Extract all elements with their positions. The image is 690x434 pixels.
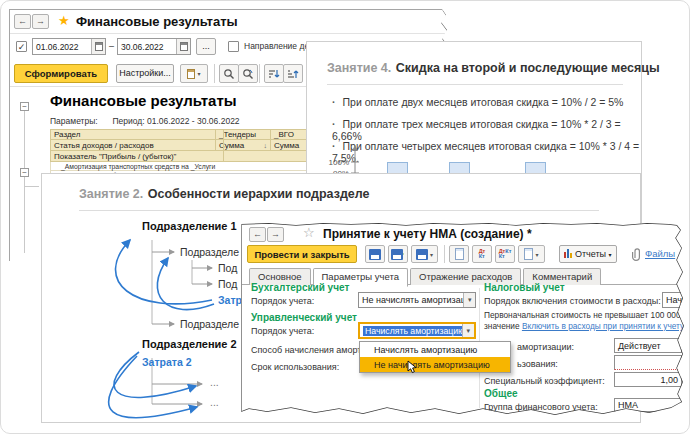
dropdown-option-highlighted[interactable]: Не начислять амортизацию [360,357,510,372]
dept1-sub1-label: Под [218,262,237,274]
save-variants-icon[interactable]: ▾ [411,245,438,263]
term-label: Срок использования: [251,362,339,372]
amort-status-value: Действует [618,341,661,351]
cost1-label: Затр [218,294,242,306]
sort-indicator-icon: ↓ [264,142,268,149]
common-section-header: Общее [484,388,518,399]
layout-variants-icon[interactable]: ▾ [180,64,208,83]
back-button[interactable]: ← [14,14,31,29]
coef-field[interactable]: 1,00 [614,372,682,387]
coef-label: Специальный коэффициент: [484,376,605,386]
upr-order-value-selected: Начислять амортизацию [363,326,462,336]
period-from-input[interactable]: 01.06.2022 [32,38,106,55]
upr-section-header: Управленческий учет [251,312,357,323]
sort-ascending-icon[interactable] [283,64,303,83]
dropdown-option[interactable]: Начислять амортизацию [360,342,510,357]
amort-status-field[interactable]: Действует [614,338,682,353]
table-grid-line [223,129,224,162]
save-icon[interactable] [365,245,385,263]
forward-button[interactable]: → [32,14,49,29]
generate-button[interactable]: Сформировать [14,64,108,83]
y-tick-label: 100% [323,158,349,167]
report-params: Параметры: Период: 01.06.2022 - 30.06.20… [50,116,240,126]
forward-button[interactable]: → [267,227,284,242]
note-text: Первоначальная стоимость не превышает 10… [484,310,684,332]
post-and-close-button[interactable]: Провести и закрыть [247,245,357,263]
settings-button[interactable]: Настройки... [116,64,174,83]
document-icon[interactable] [449,245,469,263]
amort-dropdown-popup: Начислять амортизацию Не начислять аморт… [359,341,511,373]
save-post-icon[interactable] [388,245,408,263]
period-from-value: 01.06.2022 [33,42,82,52]
buh-order-value: Не начислять амортизацию [362,295,463,305]
col-article: Статья доходов / расходов [51,140,216,150]
include-expenses-link[interactable]: Включить в расходы при принятии к учету [522,321,683,331]
params-label: Параметры: [50,116,98,126]
range-separator: – [109,41,114,51]
screenshot-canvas: ← → ★ Финансовые результаты ✓ 01.06.2022… [0,0,690,434]
coef-value: 1,00 [660,375,678,385]
window-title: Финансовые результаты [76,14,238,29]
tax-order-label: Порядок включения стоимости в расходы: [484,296,661,306]
col-summa1: Сумма ↓ [216,140,271,150]
search-icon[interactable] [219,64,239,83]
sort-descending-icon[interactable] [264,64,284,83]
favorite-star-icon[interactable]: ☆ [303,225,315,240]
window-title: Принятие к учету НМА (создание) * [323,227,532,241]
dept1-child1-label: Подразделе [180,246,239,258]
calendar-icon[interactable] [91,39,105,54]
dept1-child2-label: Подразделе [180,318,239,330]
tax-order-field[interactable]: Начислять амортиза [662,292,690,308]
dt-kt-icon[interactable]: ДтКтКт [495,245,515,263]
paperclip-icon[interactable] [631,247,643,261]
nma-window: ← → ☆ Принятие к учету НМА (создание) * … [241,222,689,418]
col-tendery: _Тендеры [216,130,271,139]
report-titlebar: ← → ★ Финансовые результаты [10,10,449,34]
term-field[interactable] [614,355,682,370]
report-heading: Финансовые результаты [50,92,237,109]
upr-order-combo[interactable]: Начислять амортизацию ▾ [358,322,476,339]
files-link[interactable]: Файлы [645,248,675,259]
back-button[interactable]: ← [249,227,266,242]
period-checkbox[interactable]: ✓ [16,41,27,52]
ellipsis-item: ... [210,376,219,388]
group-tree-line [24,111,25,253]
tax-section-header: Налоговый учет [484,282,565,293]
amort-label-tail: амортизации: [517,342,574,352]
period-to-value: 30.06.2022 [118,42,167,52]
dept1-label: Подразделение 1 [142,220,237,232]
buh-section-header: Бухгалтерский учет [251,282,349,293]
ellipsis-item: ... [210,396,219,408]
cost2-label: Затрата 2 [142,356,192,368]
upr-order-label: Порядок учета: [251,326,314,336]
reports-button[interactable]: Отчеты ▾ [559,245,617,263]
chevron-down-icon[interactable]: ▾ [462,324,474,337]
dept2-label: Подразделение 2 [142,338,237,350]
group-tree-line [25,186,39,187]
group-expander[interactable]: − [20,168,29,177]
favorite-star-icon[interactable]: ★ [58,13,70,28]
period-more-button[interactable]: ... [196,38,216,55]
chevron-down-icon[interactable]: ▾ [463,293,475,307]
document-history-icon[interactable]: ▾ [518,245,545,263]
group-expander[interactable]: − [20,102,29,111]
tax-order-value: Начислять амортиза [666,295,690,305]
buh-order-label: Порядок учета: [251,296,314,306]
period-to-input[interactable]: 30.06.2022 [117,38,191,55]
term-label-tail: ьзования: [517,359,558,369]
params-period: Период: 01.06.2022 - 30.06.2022 [112,116,239,126]
buh-order-combo[interactable]: Не начислять амортизацию ▾ [358,292,476,308]
col-razdel: Раздел [51,130,216,139]
dt-icon[interactable]: ДтКт [472,245,492,263]
fin-group-value: НМА [618,400,638,410]
calendar-icon[interactable] [176,39,190,54]
search-reset-icon[interactable] [238,64,258,83]
clipboard-icon [187,69,195,79]
direction-checkbox[interactable] [228,41,239,52]
dept1-sub2-label: Под [218,278,237,290]
